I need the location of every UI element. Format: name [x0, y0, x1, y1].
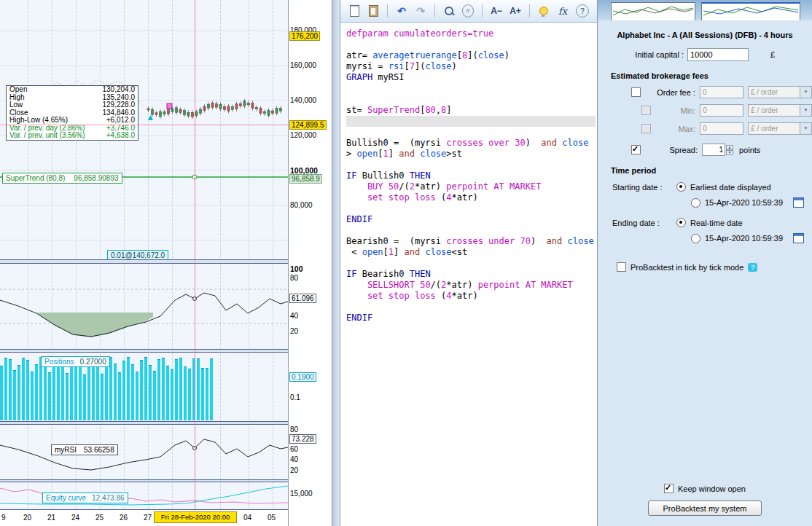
code-token: 4 — [446, 192, 451, 203]
ending-realtime-radio[interactable] — [676, 218, 686, 227]
panel-splitter[interactable] — [0, 259, 288, 264]
code-line[interactable]: Bullish0 = (myrsi crosses over 30) and c… — [346, 138, 596, 149]
code-token: averagetruerange — [372, 50, 457, 60]
code-area[interactable]: defparam cumulateorders=true atr= averag… — [340, 23, 597, 526]
code-line[interactable]: atr= averagetruerange[8](close) — [346, 50, 596, 61]
calendar-icon[interactable] — [793, 197, 804, 208]
code-token: Bearish0 — [356, 269, 409, 279]
undo-icon[interactable]: ↶ — [396, 4, 407, 18]
code-line[interactable] — [346, 116, 596, 127]
axis-label: 40 — [290, 312, 298, 320]
supertrend-label[interactable]: SuperTrend (80,8)96,858.90893 — [2, 173, 122, 184]
magnifier-icon — [445, 7, 453, 15]
initial-capital-label: Initial capital : — [622, 50, 684, 59]
max-fee-checkbox[interactable] — [641, 124, 651, 133]
chart-preview-tab-2[interactable] — [701, 2, 800, 20]
code-line[interactable] — [346, 83, 596, 94]
chart-panels[interactable]: Open130,204.0High135,240.0Low129,228.0Cl… — [0, 0, 288, 526]
run-backtest-button[interactable]: ProBacktest my system — [648, 501, 762, 516]
code-line[interactable]: defparam cumulateorders=true — [346, 28, 596, 39]
code-line[interactable]: st= SuperTrend[80,8] — [346, 105, 596, 116]
equity-panel[interactable]: Equity curve12,473.86 — [0, 482, 288, 509]
positions-label[interactable]: Positions0.27000 — [41, 356, 110, 367]
code-line[interactable]: IF Bullish0 THEN — [346, 170, 596, 181]
spread-checkbox[interactable] — [631, 145, 641, 154]
info-bubble-icon[interactable] — [748, 263, 757, 272]
function-icon[interactable]: fx — [557, 4, 569, 18]
myrsi-panel[interactable]: myRSI53.66258 — [0, 425, 288, 479]
positions-panel[interactable]: Positions0.27000 — [0, 353, 288, 421]
initial-capital-input[interactable] — [687, 48, 749, 61]
code-line[interactable]: > open[1] and close>st — [346, 149, 596, 160]
calendar-icon[interactable] — [793, 233, 804, 243]
min-fee-unit-select[interactable]: £ / order — [748, 104, 812, 117]
panel-splitter[interactable] — [0, 479, 288, 482]
code-token: ]( — [415, 61, 425, 71]
code-line[interactable]: ENDIF — [346, 214, 596, 225]
min-fee-checkbox[interactable] — [641, 106, 651, 115]
code-line[interactable] — [346, 258, 596, 269]
order-fee-checkbox[interactable] — [631, 87, 641, 97]
code-line[interactable]: myrsi = rsi[7](close) — [346, 61, 596, 72]
code-line[interactable] — [346, 160, 596, 170]
lightbulb-icon[interactable] — [538, 4, 550, 18]
search-icon[interactable] — [443, 4, 455, 18]
myrsi-label[interactable]: myRSI53.66258 — [51, 444, 118, 455]
font-decrease-icon[interactable]: A− — [491, 4, 502, 18]
spinner-down-icon[interactable] — [726, 150, 733, 155]
max-fee-input[interactable] — [700, 122, 743, 135]
code-line[interactable]: ENDIF — [346, 313, 596, 323]
max-fee-unit-select[interactable]: £ / order — [748, 122, 812, 135]
trade-label[interactable]: 0.01@140,672.0 — [107, 250, 168, 259]
help-icon[interactable]: ? — [576, 4, 589, 17]
code-token: perpoint AT MARKET — [446, 181, 541, 192]
panel-splitter[interactable] — [0, 349, 288, 353]
price-panel[interactable]: Open130,204.0High135,240.0Low129,228.0Cl… — [0, 0, 288, 259]
code-line[interactable]: BUY 50/(2*atr) perpoint AT MARKET — [346, 181, 596, 192]
code-line[interactable]: Bearish0 = (myrsi crosses under 70) and … — [346, 236, 596, 247]
code-token: SuperTrend — [367, 105, 420, 115]
ending-custom-radio[interactable] — [691, 234, 700, 243]
redo-icon[interactable]: ↷ — [415, 4, 426, 18]
code-line[interactable]: < open[1] and close<st — [346, 247, 596, 258]
code-line[interactable] — [346, 39, 596, 50]
currency-label: £ — [770, 50, 775, 59]
code-line[interactable] — [346, 127, 596, 138]
code-line[interactable]: SELLSHORT 50/(2*atr) perpoint AT MARKET — [346, 280, 596, 291]
tick-mode-checkbox[interactable] — [617, 262, 626, 272]
code-token: IF — [346, 269, 356, 279]
price-axis[interactable]: 180,000176,200160,000140,000124,899.5120… — [288, 0, 332, 526]
window-divider[interactable] — [332, 0, 340, 526]
order-fee-input[interactable] — [700, 86, 743, 98]
min-fee-input[interactable] — [700, 104, 743, 117]
comment-toggle-icon[interactable]: // — [462, 4, 474, 18]
code-token: /( — [399, 181, 409, 192]
chart-preview-tab-1[interactable] — [611, 2, 695, 20]
code-line[interactable] — [346, 302, 596, 313]
code-line[interactable]: IF Bearish0 THEN — [346, 269, 596, 280]
font-increase-icon[interactable]: A+ — [510, 4, 521, 18]
axis-label: 160,000 — [290, 61, 316, 69]
starting-earliest-radio[interactable] — [676, 182, 686, 192]
code-line[interactable]: GRAPH myRSI — [346, 72, 596, 83]
code-token: myrsi = — [346, 61, 389, 71]
starting-custom-radio[interactable] — [691, 198, 700, 208]
paste-icon[interactable] — [367, 4, 379, 18]
position-bar — [9, 359, 12, 420]
code-line[interactable] — [346, 203, 596, 214]
order-fee-unit-select[interactable]: £ / order — [748, 86, 812, 98]
code-token: st — [457, 247, 467, 257]
new-file-icon[interactable] — [348, 4, 360, 18]
position-bar — [13, 370, 16, 420]
code-line[interactable] — [346, 225, 596, 236]
panel-splitter[interactable] — [0, 421, 288, 425]
rsi-panel[interactable]: RSI (7)53.66258 — [0, 264, 288, 349]
spinner-up-icon[interactable] — [726, 145, 733, 150]
code-line[interactable]: set stop loss (4*atr) — [346, 291, 596, 302]
spread-stepper — [702, 144, 733, 156]
code-line[interactable]: set stop loss (4*atr) — [346, 192, 596, 203]
code-line[interactable] — [346, 94, 596, 105]
equity-label[interactable]: Equity curve12,473.86 — [42, 492, 128, 503]
keep-window-checkbox[interactable] — [664, 484, 674, 493]
spread-input[interactable] — [702, 144, 725, 156]
